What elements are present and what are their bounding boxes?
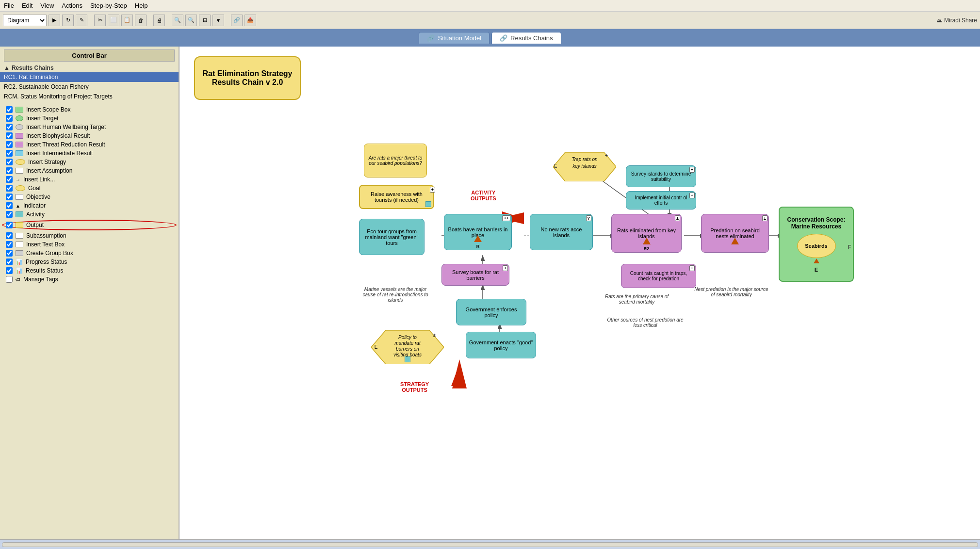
node-boats-barriers[interactable]: Boats have rat barriers in place ++ R: [444, 214, 512, 250]
tool-biophysical: Insert Biophysical Result: [0, 131, 179, 140]
svg-text:±: ±: [433, 332, 436, 338]
label-groupbox: Create Group Box: [26, 250, 73, 257]
toolbar-zoom-in[interactable]: 🔍: [172, 15, 183, 26]
sidebar-item-rc1[interactable]: RC1. Rat Elimination: [0, 72, 179, 82]
cb-groupbox[interactable]: [6, 250, 13, 257]
label-manage-tags: Manage Tags: [23, 276, 58, 283]
canvas[interactable]: Rat Elimination StrategyResults Chain v …: [180, 47, 980, 539]
collapse-icon[interactable]: ▲: [4, 65, 10, 71]
cb-subassumption[interactable]: [6, 232, 13, 239]
node-implement-control[interactable]: Implement initial contr ol efforts +: [626, 191, 696, 210]
tool-link: → Insert Link...: [0, 175, 179, 184]
label-subassumption: Subassumption: [26, 232, 66, 239]
node-trap-rats[interactable]: Trap rats on key islands + E: [553, 152, 616, 181]
menubar: File Edit View Actions Step-by-Step Help: [0, 0, 980, 12]
diagram-select[interactable]: Diagram: [3, 15, 47, 26]
node-eco-tour[interactable]: Eco tour groups from mainland want "gree…: [359, 219, 425, 255]
scrollbar-track[interactable]: [2, 542, 978, 547]
tool-human-wellbeing: Insert Human Wellbeing Target: [0, 123, 179, 131]
toolbar-link[interactable]: 🔗: [231, 15, 243, 26]
red-arrow-strategy: [452, 359, 467, 390]
label-threat-reduction: Insert Threat Reduction Result: [26, 141, 105, 148]
svg-marker-28: [452, 359, 467, 388]
cb-output[interactable]: [6, 222, 13, 228]
rc1-label: RC1. Rat Elimination: [4, 74, 58, 81]
cb-progress-status[interactable]: [6, 258, 13, 265]
svg-text:key islands: key islands: [572, 163, 596, 169]
label-strategy-outputs: STRATEGYOUTPUTS: [400, 381, 429, 393]
toolbar-btn-2[interactable]: ↻: [62, 15, 74, 26]
sidebar-item-rcm[interactable]: RCM. Status Monitoring of Project Target…: [0, 92, 179, 101]
toolbar-copy[interactable]: ⬜: [108, 15, 119, 26]
rcm-label: RCM. Status Monitoring of Project Target…: [4, 93, 113, 100]
toolbar-paste[interactable]: 📋: [121, 15, 133, 26]
tool-scope-box: Insert Scope Box: [0, 105, 179, 114]
cb-scope-box[interactable]: [6, 106, 13, 113]
tool-intermediate: Insert Intermediate Result: [0, 149, 179, 158]
label-indicator: Indicator: [23, 202, 46, 209]
cb-link[interactable]: [6, 176, 13, 183]
label-target: Insert Target: [26, 115, 58, 122]
label-results-status: Results Status: [26, 267, 63, 274]
tab-results-chains[interactable]: 🔗 Results Chains: [491, 32, 561, 44]
toolbar-delete[interactable]: 🗑: [135, 15, 147, 26]
label-assumption: Insert Assumption: [26, 167, 72, 174]
tool-textbox: Insert Text Box: [0, 240, 179, 249]
cb-textbox[interactable]: [6, 241, 13, 248]
tool-assumption: Insert Assumption: [0, 166, 179, 175]
node-no-new-rats[interactable]: No new rats acce islands ?: [530, 214, 593, 250]
menu-actions[interactable]: Actions: [62, 2, 82, 9]
tool-progress-status: 📊 Progress Status: [0, 258, 179, 266]
toolbar-dropdown[interactable]: ▼: [212, 15, 224, 26]
tool-strategy: Insert Strategy: [0, 158, 179, 166]
cb-strategy[interactable]: [6, 159, 13, 165]
cb-human-wellbeing[interactable]: [6, 124, 13, 130]
label-biophysical: Insert Biophysical Result: [26, 132, 90, 139]
toolbar-cut[interactable]: ✂: [94, 15, 106, 26]
svg-text:Policy to: Policy to: [398, 335, 417, 340]
node-assumption-rats[interactable]: Are rats a major threat to our seabird p…: [364, 144, 427, 178]
node-survey-islands[interactable]: Survey islands to determine suitability …: [626, 165, 696, 187]
node-marine-vessels: Marine vessels are the major cause of ra…: [359, 287, 432, 303]
miradi-share-label[interactable]: ⛰ Miradi Share: [936, 17, 977, 24]
node-government-enforces[interactable]: Government enforces policy: [456, 299, 526, 325]
toolbar-fit[interactable]: ⊞: [199, 15, 211, 26]
cb-activity[interactable]: [6, 211, 13, 218]
situation-model-icon: 🔗: [427, 34, 435, 42]
label-scope-box: Insert Scope Box: [26, 106, 70, 113]
menu-edit[interactable]: Edit: [22, 2, 33, 9]
cb-indicator[interactable]: [6, 202, 13, 209]
menu-help[interactable]: Help: [135, 2, 148, 9]
toolbar-btn-3[interactable]: ✎: [76, 15, 87, 26]
node-raise-awareness[interactable]: Raise awareness with tourists (if needed…: [359, 185, 434, 209]
cb-manage-tags[interactable]: [6, 276, 13, 283]
label-objective: Objective: [26, 194, 50, 200]
cb-assumption[interactable]: [6, 167, 13, 174]
cb-intermediate[interactable]: [6, 150, 13, 157]
node-survey-boats[interactable]: Survey boats for rat barriers +: [441, 264, 509, 286]
canvas-inner: Rat Elimination StrategyResults Chain v …: [180, 47, 956, 483]
sidebar-item-rc2[interactable]: RC2. Sustainable Ocean Fishery: [0, 82, 179, 92]
tab-situation-model[interactable]: 🔗 Situation Model: [419, 32, 490, 44]
toolbar-share[interactable]: 📤: [245, 15, 256, 26]
node-count-rats[interactable]: Count rats caught in traps, check for pr…: [621, 264, 696, 288]
node-predation-eliminated[interactable]: Predation on seabird nests eliminated ±: [701, 214, 769, 253]
cb-biophysical[interactable]: [6, 132, 13, 139]
toolbar-zoom-out[interactable]: 🔍: [185, 15, 197, 26]
toolbar-btn-1[interactable]: ▶: [49, 15, 60, 26]
cb-goal[interactable]: [6, 185, 13, 192]
node-conservation-scope[interactable]: Conservation Scope:Marine Resources Seab…: [779, 207, 854, 282]
menu-step-by-step[interactable]: Step-by-Step: [90, 2, 127, 9]
sidebar: Control Bar ▲ Results Chains RC1. Rat El…: [0, 47, 180, 539]
cb-threat-reduction[interactable]: [6, 141, 13, 148]
toolbar-print[interactable]: 🖨: [153, 15, 165, 26]
cb-results-status[interactable]: [6, 267, 13, 274]
node-rats-eliminated[interactable]: Rats eliminated from key islands ± R2: [611, 214, 682, 253]
menu-view[interactable]: View: [40, 2, 54, 9]
cb-objective[interactable]: [6, 194, 13, 200]
tool-indicator: ▲ Indicator: [0, 201, 179, 210]
node-policy-mandate[interactable]: Policy to mandate rat barriers on visiti…: [371, 330, 444, 364]
menu-file[interactable]: File: [4, 2, 14, 9]
node-government-enacts[interactable]: Government enacts "good" policy: [466, 332, 536, 358]
cb-target[interactable]: [6, 115, 13, 122]
